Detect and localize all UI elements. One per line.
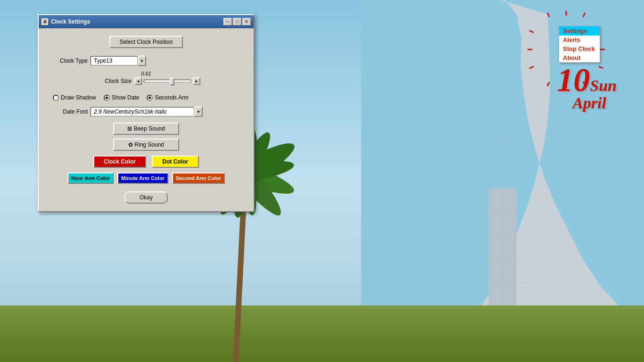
clock-settings-dialog: 🖥 Clock Settings — □ ✕ Select Clock Posi… xyxy=(38,14,255,212)
clock-month-name: April xyxy=(572,94,606,112)
dialog-title: Clock Settings xyxy=(51,18,90,25)
clock-size-slider: ◄ ► xyxy=(134,77,200,85)
slider-track[interactable] xyxy=(144,80,191,82)
ring-sound-button[interactable]: ✿ Ring Sound xyxy=(113,139,179,151)
dialog-titlebar: 🖥 Clock Settings — □ ✕ xyxy=(39,15,254,28)
hour-arm-button[interactable]: Hour Arm Color xyxy=(67,173,114,184)
clock-menu: Settings Alerts Stop Clock About xyxy=(559,26,600,63)
date-font-label: Date Font xyxy=(48,108,91,115)
select-position-button[interactable]: Select Clock Position xyxy=(109,36,183,48)
draw-shadow-option[interactable]: Draw Shadow xyxy=(53,94,96,101)
beep-sound-button[interactable]: ⊠ Beep Sound xyxy=(113,123,179,135)
slider-increase-button[interactable]: ► xyxy=(193,77,200,85)
clock-color-button[interactable]: Clock Color xyxy=(93,156,146,168)
draw-shadow-label: Draw Shadow xyxy=(61,94,96,101)
seconds-arm-label: Seconds Arm xyxy=(155,94,188,101)
clock-size-slider-container: 0.61 Clock Size ◄ ► xyxy=(48,71,244,90)
dialog-icon: 🖥 xyxy=(41,18,48,25)
clock-type-label: Clock Type xyxy=(48,58,91,64)
clock-menu-item-alerts[interactable]: Alerts xyxy=(559,35,600,44)
dialog-controls: — □ ✕ xyxy=(223,18,251,25)
clock-type-dropdown[interactable]: Type13 ▼ xyxy=(91,56,146,66)
clock-day-number: 10 xyxy=(557,64,590,97)
date-font-dropdown[interactable]: 2.9 NewCenturySch1bk-Italic ▼ xyxy=(91,107,203,117)
svg-line-26 xyxy=(583,13,585,17)
clock-menu-item-settings[interactable]: Settings xyxy=(559,26,600,35)
date-font-arrow[interactable]: ▼ xyxy=(194,107,203,117)
show-date-radio[interactable] xyxy=(104,95,110,101)
slider-decrease-button[interactable]: ◄ xyxy=(134,77,142,85)
okay-button[interactable]: Okay xyxy=(124,191,168,204)
clock-type-arrow[interactable]: ▼ xyxy=(138,56,146,66)
clock-menu-item-about[interactable]: About xyxy=(559,53,600,62)
clock-type-row: Clock Type Type13 ▼ xyxy=(48,56,244,66)
minimize-button[interactable]: — xyxy=(223,18,232,25)
slider-thumb[interactable] xyxy=(170,78,174,85)
seconds-arm-radio[interactable] xyxy=(147,95,153,101)
draw-shadow-radio[interactable] xyxy=(53,95,59,101)
dialog-content: Select Clock Position Clock Type Type13 … xyxy=(39,28,254,211)
svg-line-30 xyxy=(547,82,549,86)
svg-line-33 xyxy=(547,13,549,17)
close-button[interactable]: ✕ xyxy=(242,18,251,25)
clock-size-value: 0.61 xyxy=(141,71,151,76)
maximize-button[interactable]: □ xyxy=(233,18,241,25)
clock-size-label: Clock Size xyxy=(92,78,134,84)
clock-menu-item-stop[interactable]: Stop Clock xyxy=(559,44,600,53)
clock-type-field: Type13 xyxy=(91,56,138,66)
color-buttons-row: Clock Color Dot Color xyxy=(48,156,244,168)
clock-day-name: Sun xyxy=(590,78,617,94)
svg-line-31 xyxy=(529,66,534,68)
clock-date-display: 10 Sun xyxy=(557,64,617,97)
show-date-label: Show Date xyxy=(112,94,140,101)
minute-arm-button[interactable]: Minute Arm Color xyxy=(117,173,168,184)
arm-color-row: Hour Arm Color Minute Arm Color Second A… xyxy=(48,173,244,184)
seconds-arm-option[interactable]: Seconds Arm xyxy=(147,94,188,101)
date-font-field: 2.9 NewCenturySch1bk-Italic xyxy=(91,107,194,116)
options-row: Draw Shadow Show Date Seconds Arm xyxy=(48,94,244,101)
svg-line-32 xyxy=(529,31,534,33)
date-font-row: Date Font 2.9 NewCenturySch1bk-Italic ▼ xyxy=(48,107,244,117)
dot-color-button[interactable]: Dot Color xyxy=(152,156,199,168)
show-date-option[interactable]: Show Date xyxy=(104,94,140,101)
second-arm-button[interactable]: Second Arm Color xyxy=(172,173,225,184)
